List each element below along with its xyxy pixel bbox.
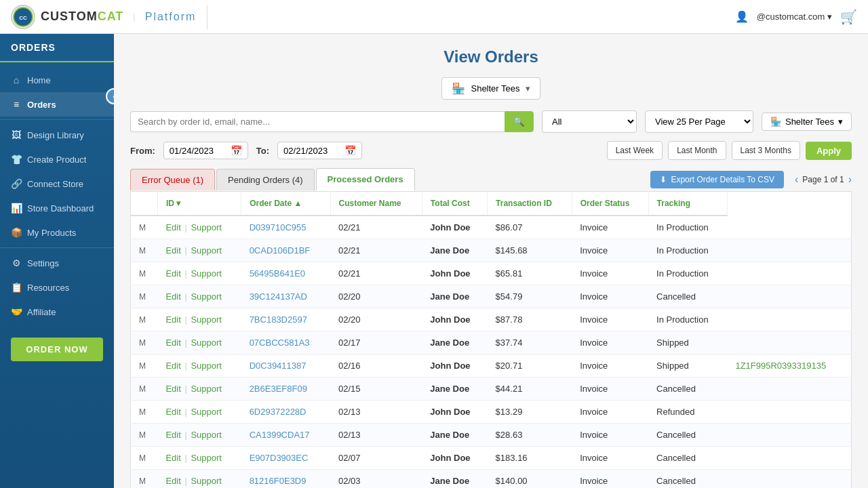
- export-icon: ⬇: [660, 175, 667, 184]
- order-id[interactable]: 07CBCC581A3: [250, 338, 310, 348]
- edit-link[interactable]: Edit: [165, 430, 180, 440]
- cell-tracking: [727, 239, 851, 262]
- cell-actions: Edit | Support: [157, 331, 241, 354]
- edit-link[interactable]: Edit: [165, 314, 180, 325]
- sidebar-item-design-library[interactable]: 🖼 Design Library: [0, 123, 114, 147]
- order-id[interactable]: D0C39411387: [250, 361, 307, 371]
- table-row: M Edit | Support 2B6E3EF8F09 02/15 Jane …: [131, 378, 852, 401]
- export-csv-button[interactable]: ⬇ Export Order Details To CSV: [650, 171, 784, 188]
- store-selector-dropdown[interactable]: 🏪 Shelter Tees ▾: [441, 77, 540, 100]
- order-id[interactable]: 0CAD106D1BF: [250, 245, 311, 256]
- edit-link[interactable]: Edit: [165, 268, 180, 279]
- support-link[interactable]: Support: [191, 291, 222, 302]
- cart-icon[interactable]: 🛒: [840, 9, 857, 25]
- last-week-button[interactable]: Last Week: [607, 141, 663, 160]
- sidebar-item-resources[interactable]: 📋 Resources: [0, 275, 114, 300]
- edit-link[interactable]: Edit: [165, 384, 180, 394]
- search-input[interactable]: [130, 111, 505, 132]
- order-id[interactable]: 2B6E3EF8F09: [250, 384, 307, 394]
- table-row: M Edit | Support 6D29372228D 02/13 John …: [131, 401, 852, 424]
- support-link[interactable]: Support: [191, 314, 222, 325]
- edit-link[interactable]: Edit: [165, 407, 180, 417]
- from-calendar-icon[interactable]: 📅: [231, 145, 242, 156]
- sidebar-item-connect-store[interactable]: 🔗 Connect Store: [0, 171, 114, 196]
- cell-order-status: Shipped: [648, 331, 727, 354]
- next-page-button[interactable]: ›: [848, 174, 852, 186]
- sidebar-item-store-dashboard[interactable]: 📊 Store Dashboard: [0, 196, 114, 220]
- cell-actions: Edit | Support: [157, 378, 241, 401]
- order-id[interactable]: 81216F0E3D9: [250, 476, 307, 486]
- settings-icon: ⚙: [11, 258, 22, 268]
- tab-pending-orders[interactable]: Pending Orders (4): [216, 169, 315, 190]
- cell-order-status: In Production: [648, 216, 727, 239]
- cell-customer-name: John Doe: [422, 447, 487, 470]
- prev-page-button[interactable]: ‹: [795, 174, 798, 186]
- from-date-input[interactable]: [170, 146, 231, 156]
- status-filter-select[interactable]: All In Production Shipped Cancelled Refu…: [542, 110, 637, 133]
- cell-total-cost: $37.74: [488, 331, 572, 354]
- to-calendar-icon[interactable]: 📅: [344, 145, 356, 156]
- last-month-button[interactable]: Last Month: [668, 141, 726, 160]
- cell-total-cost: $13.29: [488, 401, 572, 424]
- top-right-store-selector[interactable]: 🏪 Shelter Tees ▾: [762, 113, 852, 131]
- edit-link[interactable]: Edit: [165, 338, 180, 348]
- table-row: M Edit | Support 07CBCC581A3 02/17 Jane …: [131, 331, 852, 354]
- cell-actions: Edit | Support: [157, 354, 241, 378]
- sidebar-item-affiliate[interactable]: 🤝 Affiliate: [0, 300, 114, 324]
- edit-link[interactable]: Edit: [165, 222, 180, 232]
- to-date-input[interactable]: [283, 146, 344, 156]
- cell-total-cost: $183.16: [488, 447, 572, 470]
- sidebar-item-orders[interactable]: ≡ Orders: [0, 92, 114, 117]
- tracking-link[interactable]: 1Z1F995R0393319135: [735, 361, 826, 371]
- support-link[interactable]: Support: [191, 338, 222, 348]
- cell-date: 02/13: [330, 424, 422, 447]
- support-link[interactable]: Support: [191, 268, 222, 279]
- support-link[interactable]: Support: [191, 245, 222, 256]
- cell-transaction-id: Invoice: [572, 216, 648, 239]
- support-link[interactable]: Support: [191, 407, 222, 417]
- support-link[interactable]: Support: [191, 222, 222, 232]
- edit-link[interactable]: Edit: [165, 291, 180, 302]
- support-link[interactable]: Support: [191, 453, 222, 463]
- support-link[interactable]: Support: [191, 361, 222, 371]
- support-link[interactable]: Support: [191, 384, 222, 394]
- edit-link[interactable]: Edit: [165, 453, 180, 463]
- order-id[interactable]: E907D3903EC: [250, 453, 309, 463]
- cell-actions: Edit | Support: [157, 285, 241, 308]
- edit-link[interactable]: Edit: [165, 476, 180, 486]
- per-page-select[interactable]: View 25 Per Page View 50 Per Page View 1…: [645, 110, 753, 133]
- user-icon[interactable]: 👤: [735, 10, 749, 23]
- order-id[interactable]: 56495B641E0: [250, 268, 305, 279]
- search-button[interactable]: 🔍: [505, 111, 534, 132]
- order-id[interactable]: 39C124137AD: [250, 291, 307, 302]
- sidebar-item-create-product[interactable]: 👕 Create Product: [0, 147, 114, 171]
- tab-error-queue[interactable]: Error Queue (1): [130, 169, 215, 190]
- edit-link[interactable]: Edit: [165, 245, 180, 256]
- store-selector-icon: 🏪: [452, 82, 465, 95]
- order-id[interactable]: 7BC183D2597: [250, 314, 307, 325]
- order-id[interactable]: CA1399CDA17: [250, 430, 310, 440]
- col-header-order-date[interactable]: Order Date ▲: [241, 192, 330, 216]
- cell-transaction-id: Invoice: [572, 239, 648, 262]
- platform-label: Platform: [145, 11, 197, 23]
- edit-link[interactable]: Edit: [165, 361, 180, 371]
- order-id[interactable]: D039710C955: [250, 222, 307, 232]
- last-3-months-button[interactable]: Last 3 Months: [732, 141, 800, 160]
- account-dropdown[interactable]: @customcat.com ▾: [757, 12, 832, 22]
- cell-tracking: [727, 447, 851, 470]
- order-id[interactable]: 6D29372228D: [250, 407, 307, 417]
- apply-button[interactable]: Apply: [806, 142, 852, 160]
- support-link[interactable]: Support: [191, 430, 222, 440]
- sidebar-item-my-products[interactable]: 📦 My Products: [0, 220, 114, 245]
- sidebar-item-home[interactable]: ⌂ Home: [0, 68, 114, 92]
- my-products-icon: 📦: [11, 227, 22, 238]
- order-now-button[interactable]: ORDER NOW: [11, 338, 103, 361]
- top-right-store-label: Shelter Tees: [785, 117, 834, 127]
- cell-id: 39C124137AD: [241, 285, 330, 308]
- sidebar-item-settings[interactable]: ⚙ Settings: [0, 251, 114, 275]
- col-header-id[interactable]: ID ▾: [157, 192, 241, 216]
- design-icon: 🖼: [11, 129, 22, 140]
- tab-processed-orders[interactable]: Processed Orders: [316, 168, 415, 191]
- support-link[interactable]: Support: [191, 476, 222, 486]
- logo-area: CC CUSTOMCAT | Platform: [11, 5, 208, 29]
